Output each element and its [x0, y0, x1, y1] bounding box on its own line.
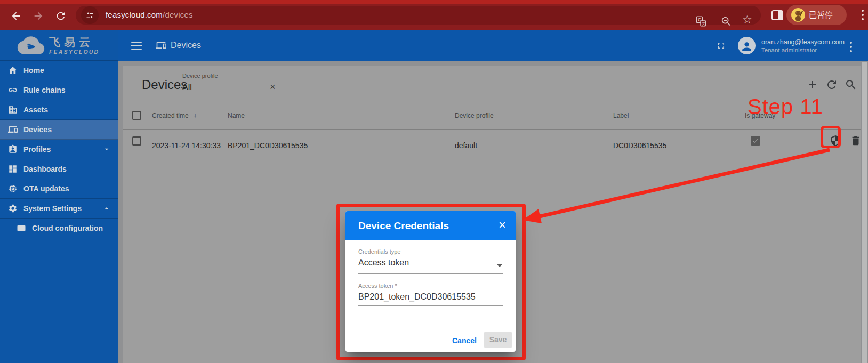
sidebar-item-label: OTA updates [23, 184, 69, 193]
side-panel-icon[interactable] [771, 10, 783, 20]
sidebar-item-home[interactable]: Home [0, 61, 118, 80]
sidebar-item-assets[interactable]: Assets [0, 100, 118, 120]
select-caret-icon[interactable] [497, 264, 502, 267]
chip-icon [8, 184, 18, 193]
link-icon [8, 85, 18, 95]
user-role: Tenant administrator [761, 47, 817, 53]
sidebar-item-label: System Settings [23, 204, 82, 213]
shield-annotation-box [821, 126, 841, 148]
forward-icon[interactable] [33, 10, 44, 22]
save-button: Save [484, 332, 512, 348]
header-menu-dots-icon[interactable] [850, 42, 852, 52]
feasycloud-logo-icon [16, 34, 46, 57]
badge-icon [8, 144, 18, 154]
url-host: feasycloud.com [106, 10, 163, 19]
logo-text-en: FEASYCLOUD [49, 49, 99, 55]
home-icon [8, 66, 18, 75]
credentials-type-label: Credentials type [358, 248, 401, 255]
extension-monkey-icon [791, 8, 805, 22]
side-panel-fill [778, 11, 782, 19]
sidebar-item-label: Dashboards [23, 165, 67, 173]
translate-icon[interactable]: G 文 [695, 15, 707, 27]
access-token-input[interactable]: BP201_token_DC0D30615535 [358, 292, 476, 302]
screen: feasycloud.com/devices G 文 ☆ [0, 0, 868, 363]
devices-icon [156, 40, 166, 51]
scrollbar[interactable] [862, 62, 867, 363]
site-info-button[interactable] [81, 6, 99, 24]
sidebar-item-label: Assets [23, 106, 48, 114]
svg-text:文: 文 [702, 21, 705, 26]
user-avatar[interactable] [738, 37, 756, 54]
field-underline [358, 305, 503, 306]
close-icon[interactable]: × [499, 218, 506, 232]
chevron-up-icon [102, 204, 111, 213]
logo[interactable]: 飞易云 FEASYCLOUD [0, 30, 118, 61]
dashboard-icon [8, 164, 18, 174]
sidebar-item-rule-chains[interactable]: Rule chains [0, 80, 118, 100]
sidebar-item-label: Rule chains [23, 86, 66, 94]
browser-tab-strip [0, 0, 868, 4]
sidebar-item-profiles[interactable]: Profiles [0, 140, 118, 159]
access-token-label: Access token * [358, 283, 397, 289]
sidebar-item-cloud-configuration[interactable]: Cloud configuration [0, 219, 118, 238]
sidebar-item-label: Devices [23, 125, 52, 134]
reload-icon[interactable] [55, 10, 67, 22]
sidebar-item-ota-updates[interactable]: OTA updates [0, 179, 118, 199]
extension-paused-pill[interactable]: 已暂停 [786, 5, 847, 25]
fullscreen-icon[interactable] [716, 41, 726, 51]
site-settings-icon [85, 10, 95, 20]
device-credentials-dialog: Device Credentials × Credentials type Ac… [345, 211, 516, 352]
cloud-config-icon [17, 223, 26, 233]
sidebar-item-label: Profiles [23, 145, 51, 154]
person-icon [740, 40, 753, 53]
gear-icon [8, 204, 18, 213]
url-path: /devices [163, 10, 193, 19]
sidebar-item-devices[interactable]: Devices [0, 120, 118, 140]
bookmark-star-icon[interactable]: ☆ [742, 14, 752, 26]
sidebar-item-system-settings[interactable]: System Settings [0, 199, 118, 219]
sidebar-item-dashboards[interactable]: Dashboards [0, 159, 118, 179]
sidebar-item-label: Cloud configuration [32, 224, 103, 232]
back-icon[interactable] [10, 10, 22, 22]
building-icon [8, 105, 18, 115]
cancel-button[interactable]: Cancel [452, 336, 477, 345]
browser-chrome: feasycloud.com/devices G 文 ☆ [0, 0, 868, 30]
dialog-header: Device Credentials × [345, 211, 516, 240]
menu-toggle-button[interactable] [131, 42, 142, 50]
chevron-down-icon [102, 145, 111, 154]
sidebar-item-label: Home [23, 66, 44, 75]
url-bar[interactable]: feasycloud.com/devices G 文 ☆ [76, 6, 761, 25]
dialog-title: Device Credentials [358, 220, 449, 232]
header-page-title: Devices [171, 41, 201, 50]
browser-menu-dots-icon[interactable] [862, 10, 864, 20]
sidebar: 飞易云 FEASYCLOUD Home Rule chains Assets D… [0, 30, 118, 363]
zoom-out-icon[interactable] [720, 15, 732, 27]
credentials-type-select[interactable]: Access token [358, 258, 409, 268]
logo-text-cn: 飞易云 [49, 35, 94, 50]
step-annotation: Step 11 [748, 95, 823, 119]
user-email: oran.zhang@feasycom.com [761, 38, 845, 46]
extension-paused-label: 已暂停 [809, 10, 833, 20]
devices-icon [8, 125, 18, 134]
app-header: Devices oran.zhang@feasycom.com Tenant a… [0, 30, 868, 61]
field-underline [358, 273, 503, 274]
